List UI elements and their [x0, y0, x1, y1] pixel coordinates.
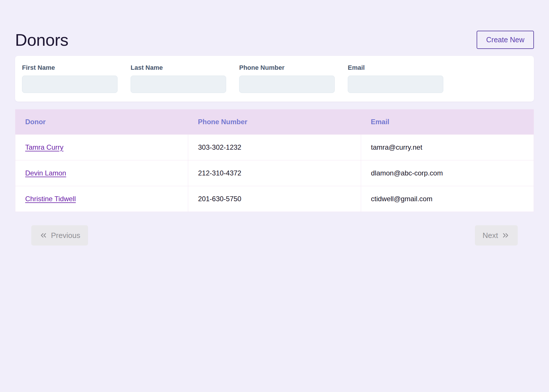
create-new-button[interactable]: Create New — [477, 31, 534, 49]
chevrons-left-icon — [39, 231, 48, 240]
chevrons-right-icon — [501, 231, 510, 240]
next-page-label: Next — [483, 231, 498, 240]
email-input[interactable] — [348, 76, 443, 93]
donor-email-cell: ctidwell@gmail.com — [361, 186, 534, 212]
donors-table-container: Donor Phone Number Email Tamra Curry 303… — [15, 109, 534, 212]
donor-email-cell: tamra@curry.net — [361, 135, 534, 160]
next-page-button[interactable]: Next — [475, 225, 518, 246]
first-name-input[interactable] — [22, 76, 118, 93]
column-header-donor: Donor — [15, 109, 188, 135]
previous-page-button[interactable]: Previous — [31, 225, 88, 246]
donor-name-link[interactable]: Devin Lamon — [25, 169, 66, 177]
filter-panel: First Name Last Name Phone Number Email — [15, 56, 534, 102]
donor-name-link[interactable]: Tamra Curry — [25, 143, 63, 151]
table-row: Devin Lamon 212-310-4372 dlamon@abc-corp… — [15, 160, 534, 186]
last-name-label: Last Name — [131, 64, 226, 72]
donor-name-cell: Christine Tidwell — [15, 186, 188, 212]
column-header-email: Email — [361, 109, 534, 135]
page-title: Donors — [15, 30, 68, 50]
donor-name-link[interactable]: Christine Tidwell — [25, 195, 76, 203]
donor-phone-cell: 212-310-4372 — [188, 160, 361, 186]
filter-field-last-name: Last Name — [131, 64, 226, 93]
donors-table: Donor Phone Number Email Tamra Curry 303… — [15, 109, 534, 212]
previous-page-label: Previous — [51, 231, 80, 240]
filter-field-phone-number: Phone Number — [239, 64, 335, 93]
donors-page: Donors Create New First Name Last Name P… — [0, 0, 549, 246]
filter-field-first-name: First Name — [22, 64, 118, 93]
table-row: Christine Tidwell 201-630-5750 ctidwell@… — [15, 186, 534, 212]
donor-name-cell: Devin Lamon — [15, 160, 188, 186]
donor-phone-cell: 303-302-1232 — [188, 135, 361, 160]
page-header: Donors Create New — [15, 30, 534, 50]
phone-number-input[interactable] — [239, 76, 335, 93]
filter-field-email: Email — [348, 64, 443, 93]
table-header-row: Donor Phone Number Email — [15, 109, 534, 135]
donor-phone-cell: 201-630-5750 — [188, 186, 361, 212]
donor-email-cell: dlamon@abc-corp.com — [361, 160, 534, 186]
first-name-label: First Name — [22, 64, 118, 72]
last-name-input[interactable] — [131, 76, 226, 93]
pagination: Previous Next — [31, 225, 518, 246]
table-row: Tamra Curry 303-302-1232 tamra@curry.net — [15, 135, 534, 160]
phone-number-label: Phone Number — [239, 64, 335, 72]
column-header-phone-number: Phone Number — [188, 109, 361, 135]
donor-name-cell: Tamra Curry — [15, 135, 188, 160]
email-label: Email — [348, 64, 443, 72]
